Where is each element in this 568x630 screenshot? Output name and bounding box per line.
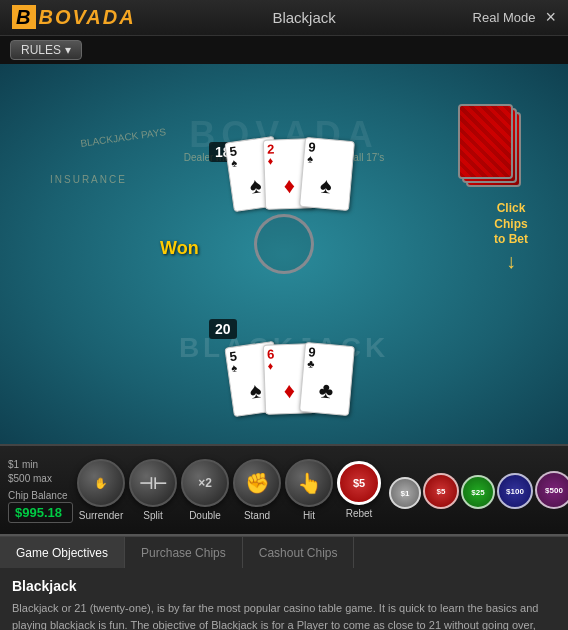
info-title: Blackjack [12,578,556,594]
info-text: Blackjack or 21 (twenty-one), is by far … [12,600,556,630]
won-badge: Won [160,238,199,259]
chip-balance-value: $995.18 [8,502,73,523]
hit-icon-circle: 👆 [285,459,333,507]
tab-game-objectives[interactable]: Game Objectives [0,537,125,568]
controls-bar: $1 min$500 max Chip Balance $995.18 ✋ Su… [0,444,568,534]
surrender-icon-circle: ✋ [77,459,125,507]
chip-balance-label: Chip Balance [8,490,73,501]
surrender-button[interactable]: ✋ Surrender [77,459,125,521]
tab-cashout-chips[interactable]: Cashout Chips [243,537,355,568]
header-title: Blackjack [272,9,335,26]
logo: BBOVADA [12,6,136,29]
dealer-card-3: 9 ♠ ♠ [299,137,355,211]
chip-5-dollar[interactable]: $5 [423,473,459,509]
deck-card-back-1 [458,104,513,179]
info-section: Blackjack Blackjack or 21 (twenty-one), … [0,568,568,630]
hit-icon: 👆 [297,471,322,495]
double-icon: ×2 [198,476,212,490]
hit-label: Hit [303,510,315,521]
chips-stack: $1 $5 $25 $100 $500 [389,471,568,509]
won-text: Won [160,238,199,258]
min-max-text: $1 min$500 max [8,459,52,484]
rebet-amount: $5 [353,477,365,489]
rebet-chip: $5 [337,461,381,505]
bet-circle [254,214,314,274]
info-panel: $1 min$500 max Chip Balance $995.18 [8,458,73,523]
split-icon-circle: ⊣⊢ [129,459,177,507]
chip-100-dollar[interactable]: $100 [497,473,533,509]
insurance-label: INSURANCE [50,174,127,185]
surrender-label: Surrender [79,510,123,521]
double-label: Double [189,510,221,521]
chip-500-dollar[interactable]: $500 [535,471,568,509]
close-button[interactable]: × [545,7,556,28]
blackjack-pays-text: BLACKJACK PAYS [80,126,167,149]
player-score-value: 20 [215,321,231,337]
tab-purchase-chips-label: Purchase Chips [141,546,226,560]
rebet-label: Rebet [346,508,373,519]
rules-label: RULES [21,43,61,57]
blackjack-pays-label: BLACKJACK PAYS [80,126,167,149]
min-max-label: $1 min$500 max [8,458,73,486]
deck-stack [458,104,523,189]
chip-1-dollar[interactable]: $1 [389,477,421,509]
bottom-panel: Game Objectives Purchase Chips Cashout C… [0,534,568,630]
player-card-3: 9 ♣ ♣ [299,342,355,416]
stand-icon-circle: ✊ [233,459,281,507]
card-deck [458,104,538,184]
stand-icon: ✊ [245,471,270,495]
arrow-down-icon: ↓ [494,248,528,274]
click-chips-instruction: ClickChipsto Bet ↓ [494,201,528,274]
double-button[interactable]: ×2 Double [181,459,229,521]
tab-game-objectives-label: Game Objectives [16,546,108,560]
stand-label: Stand [244,510,270,521]
logo-text: BOVADA [38,6,135,28]
click-chips-text: ClickChipsto Bet [494,201,528,248]
tab-purchase-chips[interactable]: Purchase Chips [125,537,243,568]
real-mode-label: Real Mode [473,10,536,25]
split-label: Split [143,510,162,521]
chevron-down-icon: ▾ [65,43,71,57]
rules-bar: RULES ▾ [0,36,568,64]
bottom-tabs: Game Objectives Purchase Chips Cashout C… [0,536,568,568]
player-score-badge: 20 [209,319,237,339]
split-button[interactable]: ⊣⊢ Split [129,459,177,521]
tab-cashout-chips-label: Cashout Chips [259,546,338,560]
header-right: Real Mode × [473,7,556,28]
double-icon-circle: ×2 [181,459,229,507]
stand-button[interactable]: ✊ Stand [233,459,281,521]
rules-button[interactable]: RULES ▾ [10,40,82,60]
surrender-icon: ✋ [94,477,108,490]
header: BBOVADA Blackjack Real Mode × [0,0,568,36]
rebet-button[interactable]: $5 Rebet [337,461,381,519]
chip-25-dollar[interactable]: $25 [461,475,495,509]
hit-button[interactable]: 👆 Hit [285,459,333,521]
game-table: BOVADA BLACKJACK BLACKJACK PAYS 3 TO 2 D… [0,64,568,444]
split-icon: ⊣⊢ [139,474,167,493]
